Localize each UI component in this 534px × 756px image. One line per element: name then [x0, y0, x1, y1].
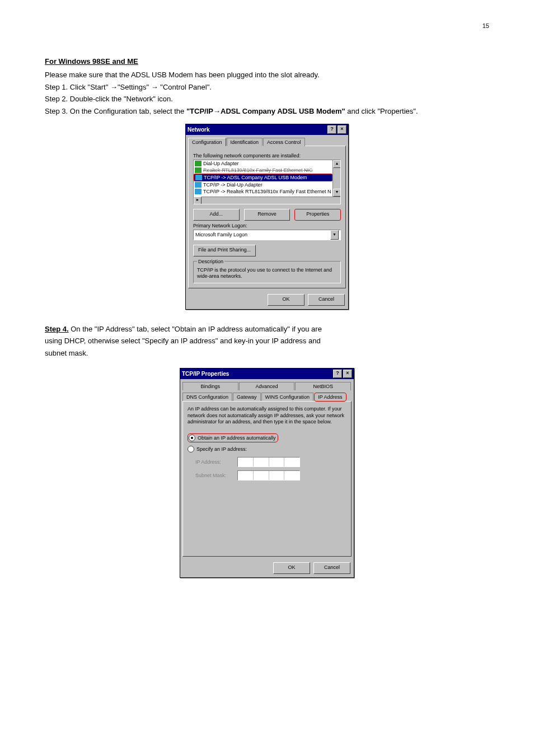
step4-line2: using DHCP, otherwise select "Specify an… [45, 336, 489, 346]
subnet-mask-label: Subnet Mask: [195, 473, 237, 478]
scroll-down-icon[interactable]: ▼ [333, 189, 341, 197]
primary-logon-label: Primary Network Logon: [193, 223, 341, 228]
protocol-icon [195, 189, 202, 194]
description-text: TCP/IP is the protocol you use to connec… [197, 267, 337, 279]
list-item-selected[interactable]: TCP/IP -> ADSL Company ADSL USB Modem [194, 174, 332, 181]
cancel-button[interactable]: Cancel [308, 294, 345, 306]
ok-button[interactable]: OK [273, 562, 310, 574]
radio-icon[interactable] [188, 446, 194, 452]
tab-netbios[interactable]: NetBIOS [295, 382, 351, 390]
properties-button[interactable]: Properties [294, 209, 341, 221]
adapter-icon [195, 161, 202, 166]
tab-identification[interactable]: Identification [227, 138, 263, 146]
highlight-tcpip-adsl: TCP/IP -> ADSL Company ADSL USB Modem [194, 174, 332, 181]
description-fieldset: Description TCP/IP is the protocol you u… [193, 261, 341, 283]
close-icon[interactable]: × [338, 125, 346, 134]
description-legend: Description [197, 259, 224, 264]
scroll-up-icon[interactable]: ▲ [333, 160, 341, 168]
cancel-button[interactable]: Cancel [313, 562, 350, 574]
list-item[interactable]: TCP/IP -> Realtek RTL8139/810x Family Fa… [194, 188, 332, 195]
network-title: Network [188, 127, 209, 133]
ip-address-input[interactable] [237, 457, 300, 467]
help-icon[interactable]: ? [327, 125, 336, 134]
protocol-icon [195, 182, 202, 188]
list-item[interactable]: Realtek RTL8139/810x Family Fast Etherne… [194, 167, 332, 174]
remove-button[interactable]: Remove [244, 209, 291, 221]
tab-gateway[interactable]: Gateway [233, 393, 261, 402]
vertical-scrollbar[interactable]: ▲ ▼ [332, 160, 340, 197]
step4-text: Step 4. On the "IP Address" tab, select … [45, 324, 489, 334]
tab-advanced[interactable]: Advanced [239, 382, 295, 390]
subnet-mask-row: Subnet Mask: [195, 470, 346, 480]
tab-wins[interactable]: WINS Configuration [261, 393, 314, 402]
add-button[interactable]: Add... [193, 209, 240, 221]
tcpip-titlebar: TCP/IP Properties ? × [180, 368, 354, 379]
primary-logon-select[interactable]: Microsoft Family Logon ▼ [193, 230, 341, 240]
adapter-icon [195, 167, 202, 173]
radio-obtain-auto[interactable]: Obtain an IP address automatically [188, 433, 278, 442]
tab-ip-address[interactable]: IP Address [314, 393, 346, 402]
step3-text: Step 3. On the Configuration tab, select… [45, 106, 489, 116]
step4-line3: subnet mask. [45, 348, 489, 358]
tab-configuration[interactable]: Configuration [188, 138, 226, 146]
list-item[interactable]: Dial-Up Adapter [194, 160, 332, 167]
list-item[interactable]: TCP/IP -> Dial-Up Adapter [194, 181, 332, 188]
intro-text: Please make sure that the ADSL USB Modem… [45, 70, 489, 80]
page-number: 15 [45, 22, 489, 29]
step2-text: Step 2. Double-click the "Network" icon. [45, 94, 489, 104]
tcpip-dialog: TCP/IP Properties ? × Bindings Advanced … [180, 368, 354, 578]
subnet-mask-input[interactable] [237, 470, 300, 480]
step1-text: Step 1. Click "Start" →"Settings" → "Con… [45, 82, 489, 92]
file-print-sharing-button[interactable]: File and Print Sharing... [193, 245, 256, 256]
tab-dns[interactable]: DNS Configuration [182, 393, 232, 402]
ok-button[interactable]: OK [268, 294, 305, 306]
tab-bindings[interactable]: Bindings [182, 382, 238, 390]
section-title-win98: For Windows 98SE and ME [45, 57, 489, 66]
ip-explain-text: An IP address can be automatically assig… [188, 406, 346, 425]
radio-icon[interactable] [189, 435, 195, 441]
protocol-icon [195, 175, 202, 180]
network-dialog: Network ? × Configuration Identification… [185, 124, 349, 310]
dropdown-icon[interactable]: ▼ [330, 230, 339, 240]
close-icon[interactable]: × [343, 370, 352, 378]
radio-specify[interactable]: Specify an IP address: [188, 446, 346, 452]
network-titlebar: Network ? × [186, 124, 348, 135]
help-icon[interactable]: ? [333, 370, 342, 378]
ip-address-row: IP Address: [195, 457, 346, 467]
tcpip-title: TCP/IP Properties [182, 371, 229, 377]
components-listbox[interactable]: Dial-Up Adapter Realtek RTL8139/810x Fam… [193, 160, 341, 204]
horizontal-scrollbar[interactable]: ◄ ► [194, 197, 340, 204]
tab-access-control[interactable]: Access Control [263, 138, 305, 146]
ip-address-label: IP Address: [195, 459, 237, 465]
scroll-right-icon[interactable]: ► [194, 197, 202, 204]
installed-components-label: The following network components are ins… [193, 153, 341, 158]
